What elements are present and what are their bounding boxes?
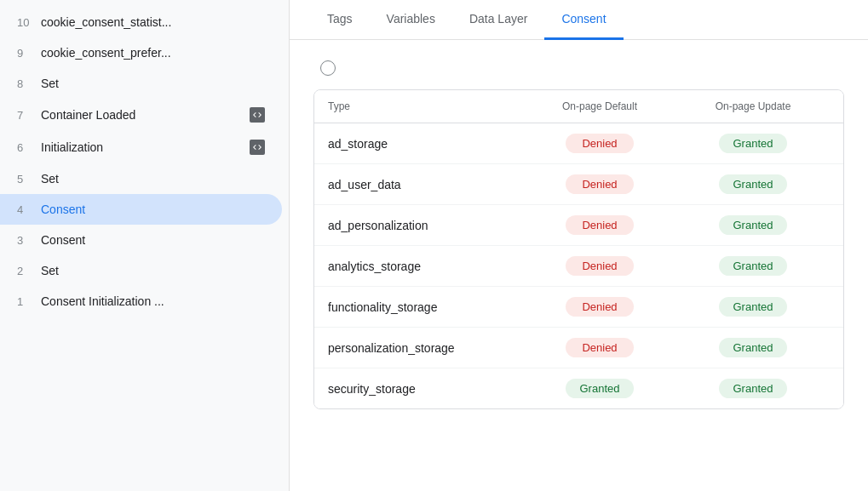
tab-variables[interactable]: Variables	[370, 0, 452, 40]
table-row: personalization_storageDeniedGranted	[314, 328, 843, 368]
col-header-type: Type	[328, 100, 523, 112]
sidebar-item-label: Initialization	[41, 140, 244, 154]
table-row: analytics_storageDeniedGranted	[314, 246, 843, 287]
default-badge: Denied	[566, 215, 634, 235]
sidebar-item-label: Set	[41, 172, 265, 186]
update-badge: Granted	[719, 297, 787, 317]
default-badge: Denied	[566, 174, 634, 194]
default-badge-cell: Denied	[523, 297, 676, 317]
sidebar-item-label: Set	[41, 77, 265, 90]
sidebar-item-number: 8	[17, 77, 41, 90]
consent-type-cell: ad_storage	[328, 137, 523, 151]
default-badge-cell: Denied	[523, 215, 676, 235]
help-icon[interactable]	[320, 60, 336, 76]
table-row: functionality_storageDeniedGranted	[314, 287, 843, 328]
sidebar: 10cookie_consent_statist...9cookie_conse…	[0, 0, 290, 491]
table-row: ad_personalizationDeniedGranted	[314, 205, 843, 246]
sidebar-item-number: 7	[17, 109, 41, 122]
tab-tags[interactable]: Tags	[310, 0, 370, 40]
sidebar-item-label: cookie_consent_statist...	[41, 15, 265, 29]
sidebar-item-number: 9	[17, 47, 41, 60]
consent-table: TypeOn-page DefaultOn-page Update ad_sto…	[313, 89, 844, 409]
sidebar-item-9[interactable]: 9cookie_consent_prefer...	[0, 37, 282, 68]
update-badge: Granted	[719, 174, 787, 194]
code-icon	[250, 107, 265, 123]
sidebar-item-number: 10	[17, 16, 41, 29]
consent-type-cell: analytics_storage	[328, 260, 523, 273]
update-badge-cell: Granted	[676, 379, 830, 398]
consent-type-cell: ad_personalization	[328, 219, 523, 232]
consent-type-cell: personalization_storage	[328, 341, 523, 355]
tabs-bar: TagsVariablesData LayerConsent	[290, 0, 868, 40]
sidebar-item-5[interactable]: 5Set	[0, 163, 282, 194]
table-header: TypeOn-page DefaultOn-page Update	[314, 90, 843, 123]
sidebar-item-label: Set	[41, 264, 265, 277]
sidebar-item-number: 6	[17, 141, 41, 154]
sidebar-item-2[interactable]: 2Set	[0, 255, 282, 286]
sidebar-item-4[interactable]: 4Consent	[0, 194, 282, 225]
tab-data-layer[interactable]: Data Layer	[452, 0, 544, 40]
consent-type-cell: security_storage	[328, 382, 523, 396]
code-icon	[250, 140, 265, 155]
default-badge: Denied	[566, 297, 634, 317]
sidebar-item-number: 4	[17, 203, 41, 216]
update-badge-cell: Granted	[676, 338, 830, 357]
sidebar-item-label: Consent Initialization ...	[41, 294, 265, 308]
default-badge: Denied	[566, 256, 634, 276]
tab-consent[interactable]: Consent	[544, 0, 623, 40]
sidebar-item-number: 3	[17, 234, 41, 247]
sidebar-item-label: Consent	[41, 233, 265, 247]
update-badge: Granted	[719, 215, 787, 235]
table-body: ad_storageDeniedGrantedad_user_dataDenie…	[314, 123, 843, 408]
update-badge-cell: Granted	[676, 174, 830, 194]
sidebar-item-7[interactable]: 7Container Loaded	[0, 99, 282, 131]
col-header-on-page-default: On-page Default	[523, 100, 676, 112]
update-badge: Granted	[719, 379, 787, 398]
update-badge: Granted	[719, 256, 787, 276]
sidebar-item-6[interactable]: 6Initialization	[0, 131, 282, 163]
update-badge: Granted	[719, 134, 787, 153]
sidebar-item-label: Container Loaded	[41, 108, 244, 122]
update-badge-cell: Granted	[676, 297, 830, 317]
sidebar-item-number: 5	[17, 173, 41, 186]
main-panel: TagsVariablesData LayerConsent TypeOn-pa…	[290, 0, 868, 491]
default-badge-cell: Denied	[523, 174, 676, 194]
consent-type-cell: functionality_storage	[328, 300, 523, 314]
sidebar-item-number: 1	[17, 295, 41, 308]
table-row: security_storageGrantedGranted	[314, 368, 843, 408]
col-header-on-page-update: On-page Update	[676, 100, 830, 112]
update-badge: Granted	[719, 338, 787, 357]
sidebar-item-label: cookie_consent_prefer...	[41, 46, 265, 60]
default-badge-cell: Granted	[523, 379, 676, 398]
default-badge-cell: Denied	[523, 256, 676, 276]
sidebar-item-number: 2	[17, 265, 41, 277]
sidebar-item-10[interactable]: 10cookie_consent_statist...	[0, 7, 282, 37]
table-row: ad_storageDeniedGranted	[314, 123, 843, 164]
table-row: ad_user_dataDeniedGranted	[314, 164, 843, 205]
default-badge: Denied	[566, 338, 634, 357]
update-badge-cell: Granted	[676, 134, 830, 153]
default-badge: Denied	[566, 134, 634, 153]
update-badge-cell: Granted	[676, 215, 830, 235]
sidebar-item-label: Consent	[41, 203, 265, 216]
update-badge-cell: Granted	[676, 256, 830, 276]
default-badge: Granted	[566, 379, 634, 398]
default-badge-cell: Denied	[523, 338, 676, 357]
sidebar-item-1[interactable]: 1Consent Initialization ...	[0, 286, 282, 317]
section-title-row	[313, 60, 844, 76]
sidebar-item-3[interactable]: 3Consent	[0, 225, 282, 255]
sidebar-item-8[interactable]: 8Set	[0, 68, 282, 99]
content-area: TypeOn-page DefaultOn-page Update ad_sto…	[290, 40, 868, 491]
default-badge-cell: Denied	[523, 134, 676, 153]
consent-type-cell: ad_user_data	[328, 178, 523, 191]
